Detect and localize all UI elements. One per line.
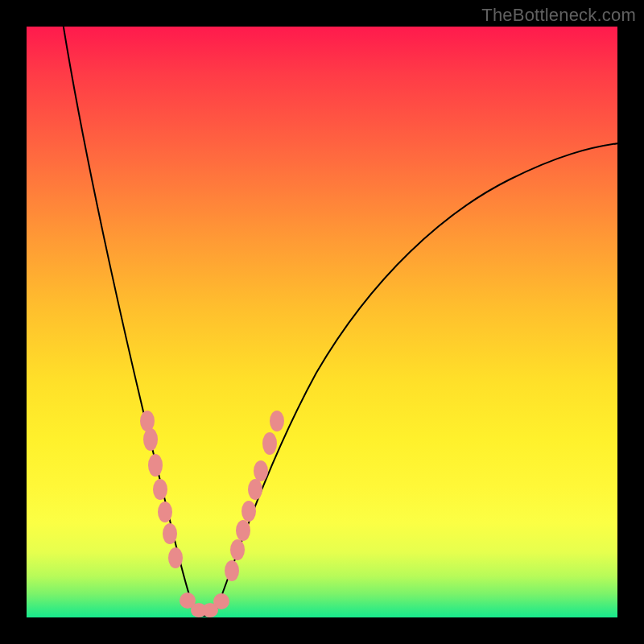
svg-point-0 <box>140 411 155 431</box>
svg-point-4 <box>158 502 172 522</box>
svg-point-12 <box>230 539 245 560</box>
bead-cluster-right <box>225 411 284 581</box>
svg-point-16 <box>254 460 268 481</box>
svg-point-13 <box>236 520 250 541</box>
curve-layer <box>27 27 617 617</box>
svg-point-18 <box>270 411 284 431</box>
watermark-text: TheBottleneck.com <box>481 5 636 26</box>
bead-cluster-apex <box>180 592 229 617</box>
svg-point-3 <box>153 479 167 500</box>
curve-right-branch <box>217 143 617 609</box>
svg-point-6 <box>168 547 183 568</box>
svg-point-17 <box>262 432 277 455</box>
svg-point-2 <box>148 454 163 477</box>
chart-frame: TheBottleneck.com <box>0 0 644 644</box>
svg-point-15 <box>248 479 262 500</box>
svg-point-5 <box>163 523 177 544</box>
svg-point-11 <box>225 560 239 581</box>
curve-left-branch <box>63 27 194 609</box>
svg-point-14 <box>242 501 256 522</box>
svg-point-10 <box>213 593 229 609</box>
plot-area <box>27 27 617 617</box>
svg-point-1 <box>143 428 158 451</box>
